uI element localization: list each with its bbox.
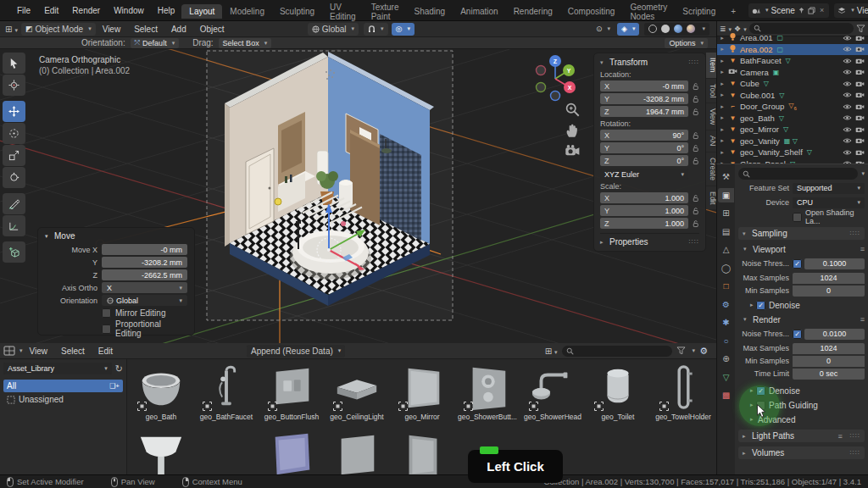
- workspace-tab-modeling[interactable]: Modeling: [222, 4, 272, 19]
- lock-icon[interactable]: [692, 82, 699, 91]
- move-z-field[interactable]: -2662.5 mm: [102, 269, 187, 280]
- tab-physics-icon[interactable]: ○: [718, 334, 734, 348]
- scale-x-field[interactable]: X1.000: [600, 192, 688, 203]
- wireframe-shading-icon[interactable]: [648, 25, 657, 33]
- rotation-x-field[interactable]: X90°: [600, 130, 688, 141]
- tool-add-cube[interactable]: [3, 241, 25, 263]
- properties-search[interactable]: [738, 168, 858, 180]
- menu-edit[interactable]: Edit: [92, 347, 120, 356]
- tab-constraints-icon[interactable]: ⊕: [718, 352, 734, 366]
- lock-icon[interactable]: [692, 157, 699, 165]
- tab-render-icon[interactable]: ▣: [718, 188, 734, 202]
- workspace-tab-animation[interactable]: Animation: [453, 4, 505, 19]
- tool-scale[interactable]: [3, 145, 25, 166]
- rotation-mode-dropdown[interactable]: XYZ Euler▾: [600, 169, 688, 180]
- hide-eye-icon[interactable]: [843, 103, 852, 110]
- outliner-row[interactable]: ▸▼geo_Mirror▽: [717, 124, 868, 136]
- lock-icon[interactable]: [692, 131, 699, 140]
- tab-data-icon[interactable]: ▽: [718, 370, 734, 385]
- lock-icon[interactable]: [692, 95, 699, 103]
- tab-item[interactable]: Item: [706, 53, 716, 78]
- asset-item-partial[interactable]: [326, 430, 387, 474]
- tool-select-box[interactable]: [3, 53, 25, 74]
- asset-item-partial[interactable]: [131, 430, 192, 474]
- rotation-y-field[interactable]: Y0°: [600, 142, 688, 153]
- tab-world-icon[interactable]: ◯: [718, 261, 734, 275]
- outliner-row[interactable]: ▸▼geo_Bath▽: [717, 113, 868, 125]
- outliner-row[interactable]: ▸▼geo_Vanity▦ ▽: [717, 136, 868, 147]
- navigation-gizmo[interactable]: Z Y X: [531, 53, 580, 102]
- tab-particles-icon[interactable]: ✱: [718, 315, 734, 330]
- panel-grip-icon[interactable]: ∷∷: [689, 58, 699, 66]
- menu-select[interactable]: Select: [127, 25, 164, 34]
- viewport-noise-checkbox[interactable]: ✓: [793, 259, 802, 269]
- workspace-tab-compositing[interactable]: Compositing: [560, 4, 623, 19]
- camera-view-icon[interactable]: [565, 144, 580, 157]
- camera-visibility-icon[interactable]: [855, 126, 865, 133]
- scene-selector[interactable]: ▾ Scene ×: [748, 3, 829, 18]
- location-z-field[interactable]: Z1964.7 mm: [600, 106, 688, 117]
- viewport-min-samples-field[interactable]: 0: [793, 286, 865, 297]
- tab-tool-icon[interactable]: ⚒: [718, 169, 734, 184]
- filter-funnel-icon[interactable]: [676, 347, 686, 355]
- outliner-search[interactable]: [749, 23, 854, 34]
- menu-select[interactable]: Select: [54, 347, 92, 356]
- hide-eye-icon[interactable]: [843, 137, 852, 144]
- hide-eye-icon[interactable]: [843, 114, 852, 121]
- camera-visibility-icon[interactable]: [855, 114, 865, 121]
- outliner-row-active[interactable]: ▸Area.002▢: [717, 44, 868, 56]
- outliner-row[interactable]: ▸▼Cube.001▽: [717, 90, 868, 102]
- location-y-field[interactable]: Y-3208.2 mm: [600, 93, 688, 104]
- move-orientation-dropdown[interactable]: Global▾: [102, 295, 187, 306]
- rotation-z-field[interactable]: Z0°: [600, 155, 688, 166]
- device-dropdown[interactable]: CPU▾: [793, 197, 865, 208]
- render-max-samples-field[interactable]: 1024: [793, 343, 865, 354]
- asset-item[interactable]: geo_BathFaucet: [196, 363, 257, 421]
- preset-icon[interactable]: ≡: [860, 245, 865, 253]
- workspace-tab-sculpting[interactable]: Sculpting: [272, 4, 322, 19]
- render-noise-field[interactable]: 0.0100: [804, 329, 865, 340]
- collapse-icon[interactable]: ▾: [600, 59, 606, 66]
- asset-item[interactable]: geo_ShowerButt...: [457, 363, 518, 421]
- render-subsection-header[interactable]: ▾Render≡: [743, 313, 865, 325]
- workspace-tab-uv-editing[interactable]: UV Editing: [322, 0, 364, 24]
- add-workspace-button[interactable]: +: [723, 4, 743, 19]
- menu-file[interactable]: File: [10, 6, 37, 15]
- tool-transform[interactable]: [3, 167, 25, 188]
- editor-type-icon[interactable]: ⊞▾: [5, 25, 18, 34]
- chevron-down-icon[interactable]: ▾: [861, 170, 865, 177]
- asset-item[interactable]: geo_TowelHolder: [653, 363, 714, 421]
- display-mode-icon[interactable]: ⊞▾: [545, 347, 558, 356]
- asset-library-dropdown[interactable]: Asset_Library▾: [3, 363, 112, 374]
- viewport-subsection-header[interactable]: ▾Viewport≡: [743, 243, 865, 255]
- workspace-tab-scripting[interactable]: Scripting: [675, 4, 723, 19]
- outliner-filter-id-icon[interactable]: ❖▾: [734, 25, 747, 33]
- camera-visibility-icon[interactable]: [855, 69, 865, 75]
- hide-eye-icon[interactable]: [843, 69, 852, 75]
- hide-eye-icon[interactable]: [843, 35, 852, 42]
- drag-dropdown[interactable]: Select Box ▾: [219, 38, 272, 48]
- volumes-section-header[interactable]: ▸Volumes∷∷: [738, 446, 865, 459]
- menu-add[interactable]: Add: [164, 25, 193, 34]
- hide-eye-icon[interactable]: [843, 58, 852, 64]
- catalog-unassigned[interactable]: Unassigned: [3, 393, 123, 406]
- viewport-denoise-checkbox[interactable]: ✓: [756, 301, 765, 310]
- tab-create[interactable]: Create: [706, 152, 716, 186]
- catalog-all[interactable]: All❑+: [3, 380, 123, 392]
- expand-icon[interactable]: ▸: [600, 239, 606, 246]
- asset-item[interactable]: geo_CeilingLight: [326, 363, 387, 421]
- tab-tool[interactable]: Tool: [706, 79, 716, 103]
- menu-help[interactable]: Help: [151, 6, 182, 15]
- preset-icon[interactable]: ≡: [860, 315, 865, 324]
- tool-rotate[interactable]: [3, 123, 25, 144]
- rendered-shading-icon[interactable]: [687, 25, 695, 33]
- asset-item[interactable]: geo_ButtonFlush: [261, 363, 322, 421]
- asset-item[interactable]: geo_Mirror: [392, 363, 453, 421]
- asset-item-partial[interactable]: [261, 430, 322, 474]
- outliner-row[interactable]: ▸▼Cube▽: [717, 78, 868, 90]
- tab-scene-icon[interactable]: △: [718, 242, 734, 257]
- tab-an[interactable]: AN: [706, 130, 716, 152]
- tab-modifiers-icon[interactable]: ⚙: [718, 297, 734, 312]
- camera-visibility-icon[interactable]: [855, 103, 865, 110]
- menu-view[interactable]: View: [96, 25, 128, 34]
